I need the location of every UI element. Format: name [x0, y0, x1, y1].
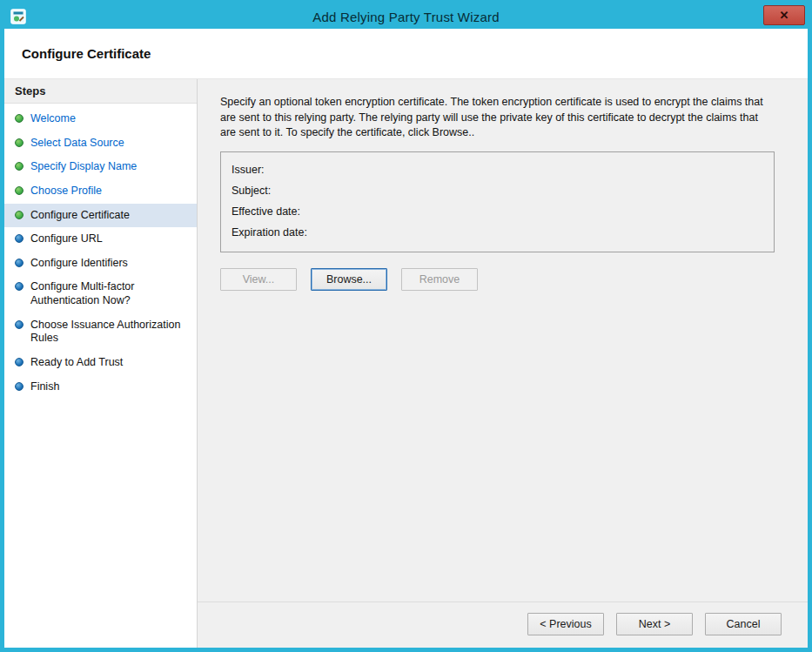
sidebar-item-select-data-source[interactable]: Select Data Source	[4, 131, 197, 156]
certificate-actions: View... Browse... Remove	[220, 268, 775, 291]
browse-button[interactable]: Browse...	[311, 268, 387, 291]
sidebar-item-welcome[interactable]: Welcome	[4, 107, 197, 131]
step-status-icon	[15, 211, 23, 219]
content-panel: Specify an optional token encryption cer…	[198, 79, 808, 648]
page-header: Configure Certificate	[4, 29, 808, 79]
sidebar-item-specify-display-name[interactable]: Specify Display Name	[4, 155, 197, 179]
wizard-footer: < Previous Next > Cancel	[198, 602, 808, 648]
certificate-expiration-date-row: Expiration date:	[232, 222, 763, 243]
steps-list: Welcome Select Data Source Specify Displ…	[4, 104, 197, 399]
page-description: Specify an optional token encryption cer…	[220, 95, 775, 141]
next-button[interactable]: Next >	[616, 613, 693, 635]
remove-button: Remove	[401, 268, 478, 291]
certificate-issuer-row: Issuer:	[232, 159, 763, 180]
sidebar-item-configure-identifiers: Configure Identifiers	[4, 252, 197, 276]
step-status-icon	[15, 114, 23, 123]
sidebar-item-ready-to-add-trust: Ready to Add Trust	[4, 351, 197, 375]
expiration-date-label: Expiration date:	[232, 226, 307, 239]
issuer-label: Issuer:	[232, 164, 265, 176]
step-status-icon	[15, 282, 23, 291]
titlebar[interactable]: Add Relying Party Trust Wizard ✕	[4, 4, 808, 29]
sidebar-item-configure-url: Configure URL	[4, 227, 197, 252]
steps-heading: Steps	[4, 79, 197, 104]
sidebar-item-choose-profile[interactable]: Choose Profile	[4, 179, 197, 204]
step-status-icon	[15, 186, 23, 195]
cancel-button[interactable]: Cancel	[705, 613, 782, 635]
close-button[interactable]: ✕	[763, 5, 805, 25]
step-status-icon	[15, 138, 23, 147]
step-status-icon	[15, 358, 23, 366]
step-status-icon	[15, 162, 23, 171]
step-status-icon	[15, 234, 23, 243]
sidebar-item-choose-issuance-rules: Choose Issuance Authorization Rules	[4, 313, 197, 351]
certificate-effective-date-row: Effective date:	[232, 201, 763, 222]
step-status-icon	[15, 259, 23, 267]
sidebar-item-configure-mfa: Configure Multi-factor Authentication No…	[4, 275, 197, 313]
steps-sidebar: Steps Welcome Select Data Source Specify…	[4, 79, 198, 648]
certificate-details-box: Issuer: Subject: Effective date: Expirat…	[220, 151, 775, 252]
view-button: View...	[220, 268, 297, 291]
previous-button[interactable]: < Previous	[527, 613, 604, 635]
wizard-window: Add Relying Party Trust Wizard ✕ Configu…	[0, 0, 812, 652]
sidebar-item-configure-certificate: Configure Certificate	[4, 204, 197, 228]
step-status-icon	[15, 382, 23, 391]
step-status-icon	[15, 320, 23, 329]
subject-label: Subject:	[232, 185, 271, 197]
page-title: Configure Certificate	[22, 46, 151, 61]
window-title: Add Relying Party Trust Wizard	[4, 10, 808, 24]
effective-date-label: Effective date:	[232, 205, 300, 218]
content-spacer	[220, 291, 775, 602]
certificate-subject-row: Subject:	[232, 180, 763, 201]
sidebar-item-finish: Finish	[4, 375, 197, 400]
